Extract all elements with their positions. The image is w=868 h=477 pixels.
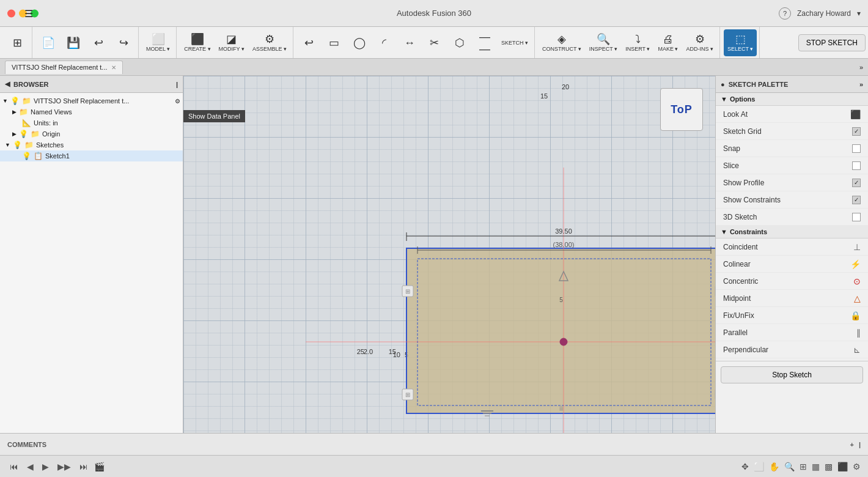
comments-expand-icon[interactable]: +: [850, 441, 853, 448]
main-area: ◀ BROWSER | ▼ 💡 📁 VITTSJO Shelf Replacem…: [0, 76, 868, 433]
snap-check[interactable]: [852, 144, 861, 153]
user-dropdown-arrow[interactable]: ▾: [857, 9, 861, 18]
svg-text:⊞: ⊞: [405, 288, 410, 295]
snap-checkbox[interactable]: [852, 144, 861, 153]
parallel-icon-ctrl[interactable]: ∥: [856, 328, 861, 338]
sketch-dim-button[interactable]: ↔: [397, 29, 422, 56]
show-constraints-check[interactable]: [852, 196, 861, 204]
svg-text:15: 15: [389, 348, 396, 355]
app-menu-icon[interactable]: ☰: [24, 7, 33, 19]
settings-button[interactable]: ⚙: [853, 462, 861, 471]
svg-text:≡: ≡: [559, 404, 563, 413]
model-button[interactable]: ⬜ MODEL: [142, 29, 174, 56]
nav-end-button[interactable]: ⏭: [77, 460, 90, 473]
browser-sketches-row[interactable]: ▼ 💡 📁 Sketches: [0, 139, 183, 150]
create-button[interactable]: ⬛ CREATE: [180, 29, 214, 56]
undo-button[interactable]: ↩: [86, 29, 111, 56]
stop-sketch-palette-button[interactable]: Stop Sketch: [721, 366, 863, 383]
comments-collapse-icon[interactable]: |: [859, 441, 861, 448]
coincident-icon-ctrl[interactable]: ⊥: [853, 242, 861, 252]
statusbar: ⏮ ◀ ▶ ▶▶ ⏭ 🎬 ✥ ⬜ ✋ 🔍 ⊞ ▦ ▩ ⬛ ⚙: [0, 455, 868, 477]
browser-named-views-row[interactable]: ▶ 📁 Named Views: [0, 106, 183, 117]
constraints-collapse-icon: ▼: [721, 228, 727, 235]
colinear-icon-ctrl[interactable]: ⚡: [850, 259, 861, 269]
show-profile-checkbox[interactable]: [852, 179, 861, 187]
nav-next-button[interactable]: ▶▶: [55, 460, 73, 473]
addins-button[interactable]: ⚙ ADD-INS: [682, 29, 717, 56]
fix-unfix-icon-ctrl[interactable]: 🔒: [850, 311, 861, 320]
show-profile-check[interactable]: [852, 179, 861, 187]
palette-expand-icon[interactable]: »: [859, 81, 863, 88]
sketches-bulb-icon: 💡: [13, 141, 22, 149]
file-button[interactable]: 📄: [36, 29, 61, 56]
3d-sketch-checkbox[interactable]: [852, 213, 861, 221]
screen-fit-icon[interactable]: ⬜: [754, 462, 764, 471]
constraints-section-header[interactable]: ▼ Constraints: [716, 226, 868, 239]
browser-collapse-icon[interactable]: ◀: [5, 80, 10, 88]
perpendicular-icon-ctrl[interactable]: ⊾: [853, 345, 861, 355]
viewport[interactable]: Show Data Panel 20 15 25 2.0 15 10 5: [183, 76, 715, 433]
rect-icon: ▭: [329, 37, 339, 48]
show-constraints-checkbox[interactable]: [852, 196, 861, 204]
construct-label: CONSTRUCT: [542, 46, 581, 52]
stop-sketch-button[interactable]: STOP SKETCH: [798, 34, 866, 51]
nav-record-icon[interactable]: 🎬: [94, 462, 105, 471]
browser-origin-row[interactable]: ▶ 💡 📁 Origin: [0, 128, 183, 139]
sketch-grid-row: Sketch Grid: [716, 123, 868, 140]
insert-label: INSERT: [625, 46, 650, 52]
app-menu-button[interactable]: ⊞: [5, 29, 29, 56]
svg-text:25: 25: [357, 348, 364, 355]
user-name[interactable]: Zachary Howard: [797, 9, 851, 18]
modify-button[interactable]: ◪ MODIFY: [215, 29, 248, 56]
construct-button[interactable]: ◈ CONSTRUCT: [539, 29, 585, 56]
project-settings-icon[interactable]: ⚙: [175, 98, 180, 105]
svg-rect-34: [402, 389, 413, 400]
sketch-arc-button[interactable]: ◜: [372, 29, 397, 56]
browser-project-row[interactable]: ▼ 💡 📁 VITTSJO Shelf Replacement t... ⚙: [0, 95, 183, 106]
3d-sketch-check[interactable]: [852, 213, 861, 221]
sketch-circle-button[interactable]: ◯: [347, 29, 372, 56]
save-button[interactable]: 💾: [61, 29, 86, 56]
redo-button[interactable]: ↪: [111, 29, 136, 56]
view-mode-icon[interactable]: ⬛: [837, 462, 848, 471]
options-section-header[interactable]: ▼ Options: [716, 93, 868, 106]
sketch-line-button[interactable]: ↩: [297, 29, 322, 56]
zoom-window-icon[interactable]: ⊞: [800, 462, 807, 471]
sketch-grid-checkbox[interactable]: [852, 127, 861, 136]
slice-checkbox[interactable]: [852, 161, 861, 170]
make-button[interactable]: 🖨 MAKE: [654, 29, 682, 56]
nav-start-button[interactable]: ⏮: [7, 460, 21, 473]
arc-icon: ◜: [382, 37, 386, 48]
zoom-tool-icon[interactable]: 🔍: [784, 462, 795, 471]
nav-prev-button[interactable]: ◀: [24, 460, 36, 473]
slice-check[interactable]: [852, 161, 861, 170]
browser-sketch1-row[interactable]: 💡 📋 Sketch1: [0, 150, 183, 161]
create-group: ⬛ CREATE ◪ MODIFY ⚙ ASSEMBLE: [178, 27, 293, 58]
inspect-button[interactable]: 🔍 INSPECT: [586, 29, 621, 56]
close-button[interactable]: [7, 9, 15, 17]
sketch-trim-button[interactable]: ✂: [422, 29, 447, 56]
tab-main[interactable]: VITTSJO Shelf Replacement t... ✕: [5, 61, 123, 74]
sketch-menu-button[interactable]: SKETCH: [498, 29, 532, 56]
midpoint-icon-ctrl[interactable]: △: [854, 294, 861, 303]
look-at-control[interactable]: ⬛: [850, 109, 861, 119]
sketch-offset-button[interactable]: ⬡: [447, 29, 472, 56]
assemble-button[interactable]: ⚙ ASSEMBLE: [249, 29, 290, 56]
sketch-grid-check[interactable]: [852, 127, 861, 136]
nav-play-button[interactable]: ▶: [40, 460, 51, 473]
sketch-more-button[interactable]: — —: [473, 29, 497, 56]
insert-button[interactable]: ⤵ INSERT: [622, 29, 653, 56]
browser-pin-icon[interactable]: |: [176, 81, 178, 88]
tab-more-button[interactable]: »: [859, 64, 863, 71]
select-button[interactable]: ⬚ SELECT: [724, 29, 757, 56]
pan-tool-icon[interactable]: ✋: [769, 462, 779, 471]
display-mode-icon[interactable]: ▦: [812, 462, 820, 471]
sketch-rect-button[interactable]: ▭: [322, 29, 347, 56]
comments-controls: + |: [850, 441, 861, 448]
tab-close-icon[interactable]: ✕: [111, 64, 116, 71]
top-view-indicator[interactable]: ToP: [660, 88, 703, 131]
concentric-icon-ctrl[interactable]: ⊙: [853, 276, 861, 286]
help-button[interactable]: ?: [779, 7, 791, 20]
grid-display-icon[interactable]: ▩: [825, 462, 833, 471]
cursor-tool-icon[interactable]: ✥: [741, 462, 749, 471]
